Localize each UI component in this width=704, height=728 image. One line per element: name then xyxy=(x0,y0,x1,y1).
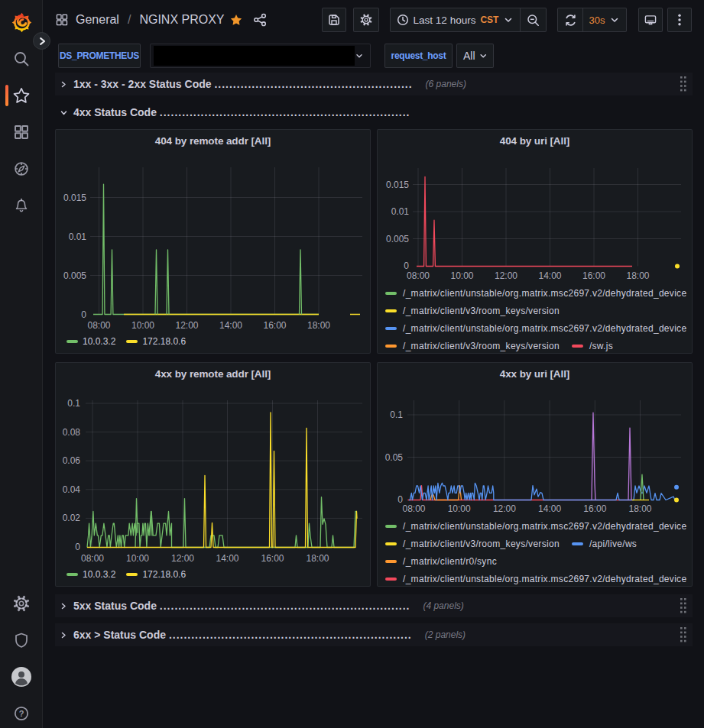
svg-text:08:00: 08:00 xyxy=(402,503,425,514)
svg-text:10:00: 10:00 xyxy=(126,553,149,564)
svg-text:10:00: 10:00 xyxy=(448,503,471,514)
svg-text:10:00: 10:00 xyxy=(450,270,473,281)
svg-text:0.005: 0.005 xyxy=(386,234,409,244)
svg-text:16:00: 16:00 xyxy=(263,320,286,331)
svg-text:0.08: 0.08 xyxy=(63,427,81,438)
svg-text:0.1: 0.1 xyxy=(390,409,403,420)
svg-text:0.01: 0.01 xyxy=(69,231,87,242)
svg-text:14:00: 14:00 xyxy=(219,320,242,331)
svg-text:0.01: 0.01 xyxy=(391,206,410,217)
svg-text:12:00: 12:00 xyxy=(171,553,194,564)
svg-text:?: ? xyxy=(19,709,24,718)
svg-text:14:00: 14:00 xyxy=(538,503,561,514)
svg-text:18:00: 18:00 xyxy=(628,503,651,514)
svg-text:10:00: 10:00 xyxy=(131,320,154,331)
svg-text:08:00: 08:00 xyxy=(407,270,430,281)
svg-text:0.04: 0.04 xyxy=(63,484,81,495)
svg-text:0.015: 0.015 xyxy=(63,193,86,203)
svg-text:0.005: 0.005 xyxy=(63,270,86,281)
svg-text:0: 0 xyxy=(404,260,409,271)
svg-text:14:00: 14:00 xyxy=(216,553,238,564)
svg-text:16:00: 16:00 xyxy=(583,503,606,514)
svg-text:12:00: 12:00 xyxy=(175,320,198,331)
svg-text:18:00: 18:00 xyxy=(306,553,329,564)
svg-text:14:00: 14:00 xyxy=(538,270,561,281)
svg-text:12:00: 12:00 xyxy=(495,270,517,281)
svg-text:0.015: 0.015 xyxy=(386,180,409,190)
svg-text:08:00: 08:00 xyxy=(81,553,104,564)
svg-text:0.02: 0.02 xyxy=(63,513,81,523)
svg-text:0.05: 0.05 xyxy=(385,452,404,463)
svg-text:0.1: 0.1 xyxy=(67,398,80,409)
svg-text:0: 0 xyxy=(81,309,86,320)
svg-text:18:00: 18:00 xyxy=(626,270,649,281)
svg-text:12:00: 12:00 xyxy=(493,503,516,514)
svg-text:08:00: 08:00 xyxy=(87,320,110,331)
svg-text:18:00: 18:00 xyxy=(307,320,330,331)
svg-text:0: 0 xyxy=(75,542,80,552)
svg-text:16:00: 16:00 xyxy=(261,553,284,564)
svg-text:16:00: 16:00 xyxy=(582,270,605,281)
svg-text:0.06: 0.06 xyxy=(63,455,81,466)
